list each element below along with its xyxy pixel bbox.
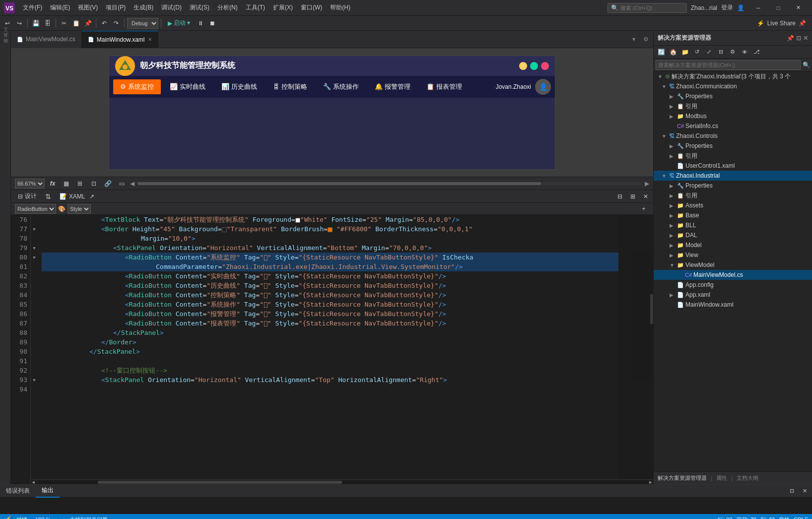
tree-view[interactable]: ▶ 📁 View [654, 250, 812, 260]
v-scrollbar[interactable] [650, 294, 653, 324]
sidebar-icon-2[interactable]: 具 [1, 39, 10, 43]
sidebar-icon-1[interactable]: 工 [1, 33, 10, 37]
nav-realtime-curve[interactable]: 📈实时曲线 [163, 79, 212, 94]
style-selector[interactable]: Style [68, 204, 91, 214]
tree-appconfig[interactable]: 📄 App.config [654, 280, 812, 290]
h-scrollbar-thumb2[interactable] [98, 481, 342, 484]
settings-button[interactable]: ⚙ [640, 34, 651, 45]
tree-model[interactable]: ▶ 📁 Model [654, 240, 812, 250]
fit-btn[interactable]: ⊡ [88, 178, 99, 189]
tree-communication-ref[interactable]: ▶ 📋 引用 [654, 101, 812, 111]
cut-button[interactable]: ✂ [59, 18, 69, 29]
sol-refresh-btn[interactable]: ↺ [691, 47, 702, 58]
zoom-icon-fx[interactable]: fx [48, 178, 58, 189]
panel-close-btn[interactable]: ✕ [803, 35, 808, 42]
grid-view-btn[interactable]: ▦ [61, 178, 71, 189]
status-zoom-dropdown[interactable]: ▾ [55, 517, 57, 519]
menu-help[interactable]: 帮助(H) [326, 1, 354, 14]
collapse-all-btn[interactable]: ⊟ [614, 191, 625, 202]
grid-view-btn2[interactable]: ⊞ [74, 178, 85, 189]
tree-communication-properties[interactable]: ▶ 🔧 Properties [654, 91, 812, 101]
sol-preview-btn[interactable]: 👁 [739, 47, 750, 58]
tree-zhaoxi-communication[interactable]: ▼ 🏗 Zhaoxi.Communication [654, 81, 812, 91]
search-input[interactable] [620, 5, 680, 11]
tab-mainviewmodel[interactable]: 📄 MainViewModel.cs [11, 31, 82, 48]
footer-solution-explorer[interactable]: 解决方案资源管理器 [658, 474, 707, 482]
stop-button[interactable]: ⏹ [207, 18, 218, 29]
sol-sync-btn[interactable]: 🔄 [656, 47, 667, 58]
app-restore-btn[interactable] [530, 62, 538, 70]
code-content[interactable]: <TextBlock Text="朝夕科技节能管理控制系统" Foregroun… [38, 215, 618, 479]
fold-79[interactable]: ▼ [31, 243, 38, 253]
tab-list-button[interactable]: ▾ [628, 34, 639, 45]
h-scroll-right-arrow[interactable]: ▶ [649, 479, 652, 484]
save-all-button[interactable]: 🗄 [42, 18, 53, 29]
minimize-button[interactable]: ─ [748, 0, 768, 16]
h-scroll-left-arrow[interactable]: ◀ [32, 479, 35, 484]
sol-collapse-btn[interactable]: ⊟ [715, 47, 726, 58]
tree-dal[interactable]: ▶ 📁 DAL [654, 230, 812, 240]
tree-mainviewmodel[interactable]: C# MainViewModel.cs [654, 270, 812, 280]
nav-system-monitor[interactable]: ⚙系统监控 [113, 79, 161, 94]
link-btn[interactable]: 🔗 [102, 178, 113, 189]
bp-float-btn[interactable]: ⊡ [786, 486, 797, 497]
element-selector[interactable]: RadioButton [15, 204, 56, 214]
menu-analyze[interactable]: 分析(N) [213, 1, 242, 14]
sol-properties-btn[interactable]: ⚙ [727, 47, 738, 58]
zoom-select[interactable]: 66.67% [15, 179, 45, 189]
tree-mainwindow[interactable]: 📄 MainWindow.xaml [654, 300, 812, 310]
bp-close-btn[interactable]: ✕ [799, 486, 810, 497]
sol-git-btn[interactable]: ⎇ [751, 47, 762, 58]
tree-appxaml[interactable]: ▶ 📄 App.xaml [654, 290, 812, 300]
panel-pin-btn[interactable]: 📌 [787, 35, 794, 42]
tree-usercontrol1[interactable]: 📄 UserControl1.xaml [654, 161, 812, 171]
menu-edit[interactable]: 编辑(E) [46, 1, 74, 14]
h-scrollbar-thumb[interactable] [137, 182, 541, 185]
frame-btn[interactable]: ▭ [116, 178, 127, 189]
nav-history-curve[interactable]: 📊历史曲线 [214, 79, 264, 94]
panel-float-btn[interactable]: ⊡ [796, 35, 801, 42]
status-zoom[interactable]: 109 % [35, 517, 51, 519]
forward-button[interactable]: ↪ [14, 18, 25, 29]
sidebar-icon-3[interactable]: 箱 [1, 45, 10, 49]
sol-diff-btn[interactable]: ⤢ [703, 47, 714, 58]
nav-system-ops[interactable]: 🔧系统操作 [316, 79, 366, 94]
tree-industrial-ref[interactable]: ▶ 📋 引用 [654, 191, 812, 200]
tree-bll[interactable]: ▶ 📁 BLL [654, 220, 812, 230]
tree-controls-ref[interactable]: ▶ 📋 引用 [654, 151, 812, 161]
tab-close-button[interactable]: ✕ [148, 37, 152, 42]
menu-window[interactable]: 窗口(W) [297, 1, 326, 14]
nav-report[interactable]: 📋报表管理 [419, 79, 469, 94]
undo-button[interactable]: ↶ [99, 18, 110, 29]
nav-alarm[interactable]: 🔔报警管理 [368, 79, 417, 94]
menu-test[interactable]: 测试(S) [186, 1, 213, 14]
copy-button[interactable]: 📋 [70, 18, 81, 29]
solution-search-input[interactable] [656, 60, 801, 70]
tab-error-list[interactable]: 错误列表 [0, 485, 36, 497]
tab-output[interactable]: 输出 [36, 484, 60, 498]
close-editor-btn[interactable]: ✕ [640, 191, 651, 202]
tree-serialinfo[interactable]: C# SerialInfo.cs [654, 121, 812, 131]
sol-home-btn[interactable]: 🏠 [668, 47, 678, 58]
redo-button[interactable]: ↷ [111, 18, 122, 29]
paste-button[interactable]: 📌 [82, 18, 93, 29]
fold-77[interactable]: ▼ [31, 224, 38, 234]
restore-button[interactable]: □ [768, 0, 788, 16]
design-tab-xaml[interactable]: 📝 XAML ↗ [55, 192, 99, 201]
tree-controls-properties[interactable]: ▶ 🔧 Properties [654, 141, 812, 151]
global-search[interactable]: 🔍 [608, 3, 687, 13]
menu-view[interactable]: 视图(V) [74, 1, 102, 14]
menu-debug[interactable]: 调试(D) [157, 1, 186, 14]
footer-properties[interactable]: 属性 [716, 474, 727, 482]
tree-zhaoxi-industrial[interactable]: ▼ 🏗 Zhaoxi.Industrial [654, 171, 812, 181]
run-button[interactable]: ▶ 启动 ▾ [164, 18, 194, 28]
close-button[interactable]: ✕ [788, 0, 808, 16]
tree-zhaoxi-controls[interactable]: ▼ 🏗 Zhaoxi.Controls [654, 131, 812, 141]
menu-extensions[interactable]: 扩展(X) [269, 1, 297, 14]
tab-mainwindow-xaml[interactable]: 📄 MainWindow.xaml ✕ [82, 31, 158, 48]
design-tab-design[interactable]: ⊟ 设计 [13, 191, 42, 201]
nav-control-strategy[interactable]: 🎛控制策略 [266, 79, 314, 94]
menu-tools[interactable]: 工具(T) [242, 1, 269, 14]
tree-modbus[interactable]: ▶ 📁 Modbus [654, 111, 812, 121]
save-button[interactable]: 💾 [30, 18, 41, 29]
